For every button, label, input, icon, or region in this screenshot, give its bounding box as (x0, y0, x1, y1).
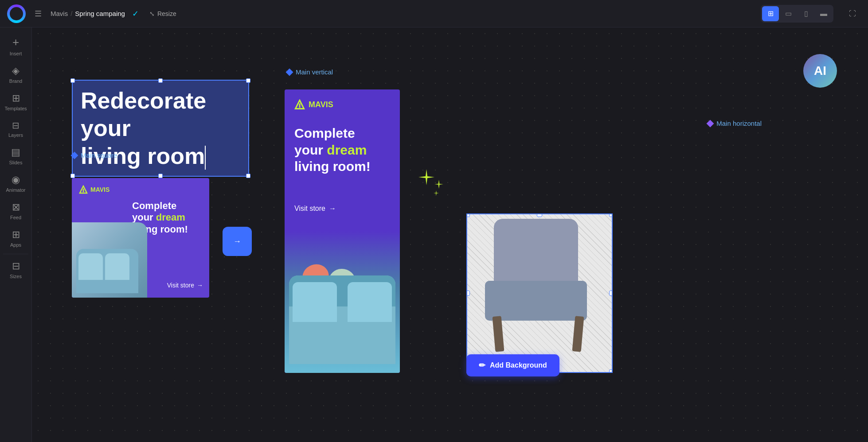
square-ad-sofa (72, 222, 147, 298)
main-vertical-text: Main vertical (296, 68, 333, 76)
handle-tr[interactable] (246, 78, 250, 83)
layers-icon: ⊟ (12, 120, 20, 131)
v-sofa-body (289, 275, 395, 364)
sidebar-item-slides[interactable]: ▤ Slides (0, 142, 31, 170)
next-button[interactable]: → (223, 227, 252, 256)
handle-bl[interactable] (70, 174, 75, 178)
add-background-icon: ✏ (479, 361, 485, 370)
vertical-ad-logo-text: MAVIS (309, 100, 333, 109)
chair-leg-right (572, 316, 584, 352)
view-desktop-button[interactable]: ⊞ (762, 6, 779, 21)
square-ad-cta[interactable]: Visit store → (167, 282, 203, 289)
chair-leg-left (493, 316, 504, 352)
resize-button[interactable]: ⤡ Resize (146, 8, 180, 19)
diamond-icon-square (71, 151, 78, 159)
sidebar-item-feed[interactable]: ⊠ Feed (0, 197, 31, 225)
handle-tl[interactable] (70, 78, 75, 83)
ai-avatar-text: AI (814, 64, 826, 78)
vertical-ad-logo: MAVIS (294, 99, 333, 110)
vertical-cta-arrow: → (329, 205, 336, 213)
chair-shape (485, 219, 591, 361)
v-sofa-cushion-left (293, 282, 337, 322)
sidebar-item-animator[interactable]: ◉ Animator (0, 170, 31, 197)
handle-bm[interactable] (158, 174, 163, 178)
text-line1: Redecorate your (81, 87, 240, 142)
sel-handle-tl[interactable] (466, 213, 470, 217)
vertical-ad-sofa (285, 231, 400, 373)
sidebar-item-sizes-label: Sizes (10, 274, 22, 279)
handle-br[interactable] (246, 174, 250, 178)
sel-handle-rm[interactable] (609, 291, 613, 296)
sel-handle-tm[interactable] (537, 213, 542, 217)
sidebar-item-templates-label: Templates (4, 106, 27, 111)
handle-tm[interactable] (158, 78, 163, 83)
chair-seat (485, 281, 587, 321)
sidebar-item-apps-label: Apps (10, 242, 21, 248)
label-main-vertical: Main vertical (287, 68, 333, 76)
vertical-ad-cta[interactable]: Visit store → (294, 205, 336, 213)
sidebar-item-apps[interactable]: ⊞ Apps (0, 225, 31, 252)
sel-handle-lm[interactable] (466, 291, 470, 296)
breadcrumb-current[interactable]: Spring campaing (75, 10, 125, 17)
sparkles-decoration (413, 165, 449, 202)
save-check-icon[interactable]: ✓ (132, 9, 139, 19)
sidebar-item-layers[interactable]: ⊟ Layers (0, 116, 31, 142)
app-logo[interactable] (7, 4, 26, 23)
fullscreen-button[interactable]: ⛶ (844, 6, 861, 21)
apps-icon: ⊞ (12, 229, 20, 240)
diamond-icon-horizontal (707, 120, 714, 127)
text-edit-box[interactable]: Redecorate your living room (72, 80, 249, 177)
label-main-horizontal: Main horizontal (708, 120, 762, 127)
sidebar-item-animator-label: Animator (6, 187, 25, 193)
main-square-text: Main square (81, 151, 117, 159)
animator-icon: ◉ (12, 174, 20, 186)
arrow-icon: → (233, 237, 241, 246)
ai-avatar[interactable]: AI (803, 54, 837, 88)
main-horizontal-text: Main horizontal (716, 120, 762, 127)
cta-arrow-icon: → (197, 282, 203, 289)
brand-icon: ◈ (12, 65, 20, 77)
square-ad-logo: MAVIS (79, 185, 109, 194)
mavis-logo-icon (79, 185, 88, 194)
sidebar-item-brand-label: Brand (9, 78, 22, 84)
sofa-cushion-right (105, 253, 129, 280)
canvas-area: AI Main vertical Main horizontal Redecor… (32, 27, 868, 442)
add-background-button[interactable]: ✏ Add Background (466, 354, 559, 376)
diamond-icon-vertical (286, 68, 293, 76)
sidebar-item-brand[interactable]: ◈ Brand (0, 61, 31, 88)
breadcrumb-separator: / (70, 10, 72, 17)
sofa-cushion-left (78, 253, 103, 280)
resize-label: Resize (157, 10, 176, 17)
vertical-ad-headline: Complete your dream living room! (294, 125, 390, 175)
label-main-square: Main square (72, 151, 117, 159)
sidebar-item-slides-label: Slides (9, 160, 23, 165)
sidebar-divider (3, 254, 28, 254)
templates-icon: ⊞ (12, 93, 20, 104)
sidebar-item-insert[interactable]: + Insert (0, 31, 31, 61)
feed-icon: ⊠ (12, 202, 20, 213)
sparkle-svg (413, 165, 449, 200)
chair-back (494, 219, 578, 290)
sidebar-item-sizes[interactable]: ⊟ Sizes (0, 256, 31, 283)
view-wide-button[interactable]: ▬ (815, 6, 832, 21)
square-ad-logo-text: MAVIS (90, 186, 109, 193)
insert-icon: + (12, 35, 19, 49)
sidebar-item-feed-label: Feed (10, 215, 21, 220)
slides-icon: ▤ (11, 147, 20, 158)
resize-icon: ⤡ (149, 10, 155, 17)
v-sofa-cushion-right (348, 282, 392, 322)
logo-inner (10, 7, 23, 20)
sidebar-item-layers-label: Layers (8, 132, 23, 138)
sidebar: + Insert ◈ Brand ⊞ Templates ⊟ Layers ▤ … (0, 27, 32, 442)
view-tablet-button[interactable]: ▭ (780, 6, 797, 21)
chair-image-container[interactable] (466, 213, 613, 373)
view-toggle-group: ⊞ ▭ ▯ ▬ (761, 5, 833, 23)
breadcrumb-parent[interactable]: Mavis (51, 10, 68, 17)
vertical-ad-card: MAVIS Complete your dream living room! V… (285, 89, 400, 373)
sel-handle-br[interactable] (609, 369, 613, 373)
sel-handle-tr[interactable] (609, 213, 613, 217)
menu-icon[interactable]: ☰ (33, 7, 43, 20)
view-mobile-button[interactable]: ▯ (798, 6, 814, 21)
vertical-mavis-logo-icon (294, 99, 305, 110)
sidebar-item-templates[interactable]: ⊞ Templates (0, 88, 31, 116)
